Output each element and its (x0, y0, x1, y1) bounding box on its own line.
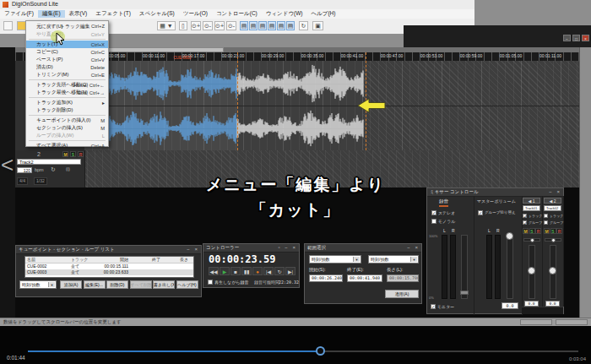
transport-stop-button[interactable]: ■ (230, 267, 241, 275)
menubar-item[interactable]: ファイル(F) (0, 10, 38, 18)
menubar-item[interactable]: スペシャル(S) (135, 10, 179, 18)
menubar-item[interactable]: 編集(E) (38, 10, 65, 18)
transport-rewind-button[interactable]: ◀◀ (209, 267, 219, 275)
cue-button[interactable]: 追加(A) (60, 280, 82, 289)
menu-item[interactable]: トラック削除(D) (26, 106, 108, 114)
transport-to-start-button[interactable]: |◀ (263, 267, 274, 275)
view-toggle-4[interactable]: ▤ (268, 21, 276, 30)
cue-button[interactable]: 削除(D) (106, 280, 128, 289)
menu-item[interactable]: ループの挿入(W)L (26, 132, 108, 139)
pan-knob[interactable] (551, 238, 556, 242)
zoom-in-horizontal-icon[interactable]: ⊙+ (191, 21, 201, 30)
menu-item[interactable]: ペースト(P)Ctrl+V (26, 56, 108, 63)
mixer-track-knob[interactable] (549, 267, 556, 274)
cue-panel-window-buttons[interactable]: − × (187, 247, 199, 252)
cue-table-row[interactable]: CUE-0003全て00:00:23.633 (25, 269, 193, 275)
menubar-item[interactable]: ウィンドウ(W) (262, 10, 307, 18)
pan-slider[interactable] (545, 238, 561, 242)
monitor-checkbox[interactable]: ✓ (431, 304, 436, 309)
tempo-field[interactable]: 120 (17, 167, 32, 173)
range-titlebar[interactable]: 範囲選択 − × (305, 244, 421, 253)
cue-button[interactable]: 書き出し(X)... (153, 280, 175, 289)
mixer-m-button[interactable]: M (523, 228, 529, 234)
cue-table-row[interactable]: CUE-0002全て00:00:15.111 (25, 263, 193, 269)
track-name-field[interactable]: Track2 (17, 159, 81, 165)
menu-item[interactable]: やり直し(R)Ctrl+Y (26, 30, 108, 38)
trash-icon[interactable]: ▯ (179, 21, 187, 30)
cue-panel-titlebar[interactable]: キューポイント・セクション・ループ リスト − × (16, 246, 201, 254)
monitor-icon[interactable]: ▣ (312, 21, 323, 30)
video-progress-track[interactable] (28, 350, 578, 352)
record-fader-handle[interactable] (460, 291, 469, 295)
menu-item[interactable]: トラック最後へ移動(N)End, Ctrl+→ (26, 89, 108, 96)
cue-table[interactable]: 名前トラック開始終了長さCUE-0002全て00:00:15.111CUE-00… (24, 256, 194, 278)
menubar-item[interactable]: ヘルプ(H) (307, 10, 340, 18)
view-toggle-6[interactable]: ▤ (286, 21, 295, 30)
menubar-item[interactable]: ツール(O) (179, 10, 212, 18)
video-progress-handle[interactable] (316, 346, 325, 356)
zoom-out-vertical-icon[interactable]: ⊙- (226, 21, 236, 30)
transport-play-button[interactable]: ▶ (220, 267, 230, 275)
menu-item[interactable]: キューポイントの挿入(I)M (26, 117, 108, 124)
track-info-icon[interactable]: (i) (66, 166, 70, 171)
maximize-icon[interactable]: □ (572, 35, 580, 41)
tempo-refresh-icon[interactable]: ↻ (51, 166, 56, 173)
cue-button[interactable]: ヘルプ(H) (176, 280, 198, 289)
transport-to-end-button[interactable]: ▶| (285, 267, 296, 275)
zoom-out-horizontal-icon[interactable]: ⊙- (203, 21, 213, 30)
transport-record-button[interactable]: ● (252, 267, 263, 275)
menu-item[interactable]: コピー(C)Ctrl+C (26, 48, 108, 56)
minimize-icon[interactable]: − (563, 35, 571, 41)
menu-item[interactable]: 元に戻す(U)トラック編集 Ctrl+Z (26, 23, 108, 30)
apply-button[interactable]: 適用(A) (385, 290, 419, 298)
track-s-button[interactable]: S (70, 151, 76, 157)
menu-item[interactable]: トリミング(M)Ctrl+E (26, 71, 108, 79)
cue-button[interactable]: 編集(E)... (84, 280, 106, 289)
mixer-track-value[interactable]: 0.0 (545, 301, 560, 307)
record-fader-track[interactable] (461, 235, 468, 299)
view-toggle-1[interactable]: ▤ (240, 21, 248, 30)
refresh-icon[interactable]: ↻ (299, 21, 308, 30)
menubar-item[interactable]: 表示(V) (65, 10, 92, 18)
playhead-marker[interactable] (237, 52, 238, 150)
view-toggle-3[interactable]: ▤ (258, 21, 267, 30)
new-document-icon[interactable] (3, 21, 13, 30)
controller-window-buttons[interactable]: ▫ − × (279, 245, 297, 250)
mixer-m-button[interactable]: M (544, 228, 550, 234)
controller-titlebar[interactable]: コントローラー ▫ − × (203, 244, 299, 253)
mixer-track-value[interactable]: 0.0 (524, 301, 539, 307)
range-end-field[interactable]: 00:00:41.940 (347, 274, 382, 282)
close-icon[interactable]: × (582, 35, 589, 41)
menu-item[interactable]: すべて選択(A)Ctrl+A (26, 142, 108, 149)
track-edit-combo[interactable]: ▦ ▼ (157, 21, 176, 30)
mixer-r-button[interactable]: R (535, 228, 541, 234)
mixer-r-button[interactable]: R (556, 228, 562, 234)
menu-item[interactable]: トラック追加(K)▸ (26, 99, 108, 106)
menu-item[interactable]: セクションの挿入(S)M (26, 124, 108, 132)
mixer-track-knob[interactable] (528, 267, 535, 274)
mixer-s-button[interactable]: S (550, 228, 556, 234)
range-start-field[interactable]: 00:00:26.240 (309, 274, 343, 282)
master-value-field[interactable]: 0.0 (502, 302, 518, 309)
menu-item[interactable]: カット(T)Ctrl+X (26, 41, 108, 48)
zoom-in-vertical-icon[interactable]: ⊙+ (214, 21, 225, 30)
pan-slider[interactable] (523, 238, 540, 242)
transport-loop-button[interactable]: ↻ (274, 267, 285, 275)
view-toggle-2[interactable]: ▤ (249, 21, 258, 30)
track-m-button[interactable]: M (62, 151, 68, 157)
track-r-button[interactable]: R (78, 151, 84, 157)
record-while-play-checkbox[interactable] (208, 280, 213, 285)
mixer-scrollbar[interactable] (522, 307, 563, 314)
master-fader-knob[interactable] (506, 232, 513, 240)
mixer-s-button[interactable]: S (529, 228, 535, 234)
cue-unit-select[interactable]: 時刻/拍数▼ (19, 280, 57, 289)
previous-chevron[interactable]: < (1, 152, 14, 177)
menubar-item[interactable]: コントロール(C) (212, 10, 262, 18)
range-unit-select-right[interactable]: 時刻/拍数▼ (368, 255, 419, 263)
menubar-item[interactable]: エフェクト(T) (91, 10, 135, 18)
range-unit-select-left[interactable]: 時刻/拍数▼ (309, 255, 361, 263)
range-window-buttons[interactable]: − × (407, 245, 420, 250)
menu-item[interactable]: 消去(D)Delete (26, 63, 108, 71)
transport-pause-button[interactable]: ▮▮ (241, 267, 252, 275)
pan-knob[interactable] (530, 238, 534, 242)
